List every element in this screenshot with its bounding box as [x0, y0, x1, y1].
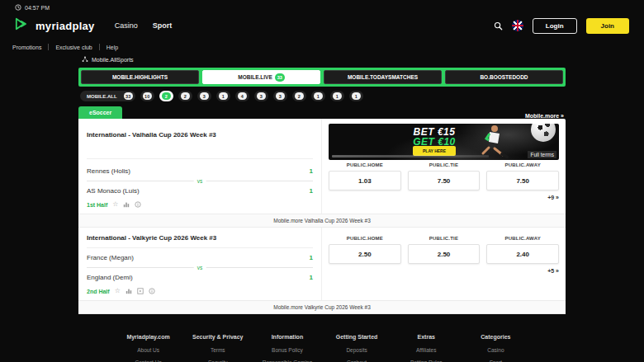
stats-icon[interactable] — [125, 288, 132, 294]
league-more-bar-valhalla[interactable]: Mobile.more Valhalla Cup 2026 Week #3 — [78, 214, 566, 228]
footer-col-title: Getting Started — [322, 334, 391, 340]
divider — [48, 44, 49, 50]
tab-live[interactable]: MOBILE.LIVE 33 — [202, 70, 320, 84]
breadcrumb-label: Mobile.AllSports — [92, 57, 134, 63]
filter-sport-3[interactable]: 2 — [178, 91, 192, 101]
footer-col-extras: Extras Affiliates Betting Rules — [391, 334, 461, 362]
banner-text: BET €15 GET €10 — [385, 127, 484, 147]
footer-col-title: Extras — [391, 334, 461, 340]
footer-col-title: Myriadplay.com — [114, 334, 183, 340]
filter-sport-10[interactable]: 1 — [311, 91, 325, 101]
filter-sport-7[interactable]: 3 — [254, 91, 268, 101]
filter-all[interactable]: MOBILE.ALL 33 — [80, 91, 135, 101]
odds-header-away: PUBLIC.AWAY — [486, 162, 559, 167]
footer-link-terms[interactable]: Terms — [183, 347, 253, 353]
filter-sport-5[interactable]: 1 — [216, 91, 230, 101]
live-count-badge: 33 — [275, 73, 285, 82]
odds-row: 2.50 2.50 2.40 — [329, 244, 559, 264]
favorite-star-icon[interactable]: ☆ — [115, 288, 121, 294]
footer-col-information: Information Bonus Policy Responsible Gam… — [253, 334, 322, 362]
filter-sport-4[interactable]: 3 — [197, 91, 211, 101]
nav-casino[interactable]: Casino — [115, 21, 138, 30]
filter-sport-1[interactable]: 10 — [140, 91, 154, 101]
sport-tab-row: eSoccer Mobile.more » — [78, 106, 566, 119]
footer-link-deposits[interactable]: Deposits — [322, 347, 391, 353]
home-team-row[interactable]: France (Megan) 1 — [87, 248, 313, 265]
subnav-help[interactable]: Help — [107, 45, 118, 50]
odd-tie-button[interactable]: 7.50 — [408, 171, 481, 190]
odds-header-tie: PUBLIC.TIE — [408, 162, 481, 167]
filter-sport-6[interactable]: 4 — [235, 91, 249, 101]
mobile-more-link[interactable]: Mobile.more » — [525, 113, 566, 119]
favorite-star-icon[interactable]: ☆ — [112, 201, 118, 208]
search-icon[interactable] — [494, 21, 503, 31]
language-flag-icon[interactable] — [512, 20, 523, 31]
join-button[interactable]: Join — [586, 18, 629, 34]
tab-esoccer[interactable]: eSoccer — [78, 106, 122, 119]
footer-col-myriadplay: Myriadplay.com About Us Contact Us — [114, 334, 183, 362]
away-score: 1 — [310, 274, 313, 281]
away-team-row[interactable]: England (Demi) 1 — [87, 270, 313, 283]
filter-sport-2-selected[interactable]: 2 — [159, 91, 173, 101]
page-footer: Myriadplay.com About Us Contact Us Secur… — [114, 334, 531, 362]
more-markets-link[interactable]: +9 » — [329, 190, 559, 204]
league-title: International - Valhalla Cup 2026 Week #… — [87, 119, 313, 159]
odd-home-button[interactable]: 1.03 — [329, 171, 401, 190]
footer-col-categories: Categories Casino Sport — [461, 334, 530, 362]
odd-tie-button[interactable]: 2.50 — [408, 244, 481, 264]
odd-away-button[interactable]: 2.40 — [486, 244, 559, 264]
odds-headers: PUBLIC.HOME PUBLIC.TIE PUBLIC.AWAY — [329, 162, 559, 167]
odds-row: 1.03 7.50 7.50 — [329, 171, 559, 190]
tab-label: MOBILE.HIGHLIGHTS — [112, 74, 168, 80]
league-more-bar-valkyrie[interactable]: Mobile.more Valkyrie Cup 2026 Week #3 — [78, 300, 566, 314]
odds-panel: BET €15 GET €10 PLAY HERE Full term — [322, 119, 566, 214]
banner-terms-strip — [332, 155, 489, 157]
login-button[interactable]: Login — [533, 18, 577, 34]
filter-count: 10 — [143, 92, 152, 100]
info-icon[interactable] — [135, 201, 141, 208]
stats-icon[interactable] — [123, 201, 130, 208]
tab-boosted-odds[interactable]: BO.BOOSTEDODD — [445, 70, 563, 84]
odds-header-home: PUBLIC.HOME — [329, 162, 401, 167]
vs-label: vs — [194, 265, 206, 270]
logo[interactable]: myriadplay — [14, 16, 95, 35]
subnav-promotions[interactable]: Promotions — [12, 45, 41, 50]
nav-sport[interactable]: Sport — [153, 21, 173, 30]
tab-todays-matches[interactable]: MOBILE.TODAYSMATCHES — [324, 70, 442, 84]
live-tracker-icon[interactable] — [137, 288, 144, 294]
match-status-row: 2nd Half ☆ — [87, 283, 313, 300]
tab-label: BO.BOOSTEDODD — [480, 74, 528, 80]
filter-sport-11[interactable]: 1 — [330, 91, 344, 101]
filter-all-count: 33 — [124, 92, 133, 100]
filter-count: 2 — [295, 92, 304, 100]
filter-sport-9[interactable]: 2 — [292, 91, 306, 101]
subnav-exclusive-club[interactable]: Exclusive club — [55, 45, 92, 50]
filter-sport-12[interactable]: 1 — [349, 91, 363, 101]
tab-label: MOBILE.LIVE — [238, 74, 272, 80]
odds-panel: PUBLIC.HOME PUBLIC.TIE PUBLIC.AWAY 2.50 … — [322, 228, 566, 300]
clock-icon — [15, 4, 21, 11]
match-info: International - Valhalla Cup 2026 Week #… — [78, 119, 322, 214]
odd-away-button[interactable]: 7.50 — [486, 171, 559, 190]
home-team-row[interactable]: Rennes (Holis) 1 — [87, 159, 313, 178]
footer-link-casino[interactable]: Casino — [461, 347, 530, 353]
filter-count: 1 — [352, 92, 361, 100]
footer-link-affiliates[interactable]: Affiliates — [391, 347, 461, 353]
odd-home-button[interactable]: 2.50 — [329, 244, 401, 264]
filter-count: 3 — [276, 92, 285, 100]
tab-highlights[interactable]: MOBILE.HIGHLIGHTS — [81, 70, 199, 84]
tab-label: MOBILE.TODAYSMATCHES — [348, 74, 418, 80]
more-markets-link[interactable]: +5 » — [329, 264, 559, 277]
footer-link-bonus-policy[interactable]: Bonus Policy — [253, 347, 322, 353]
info-icon[interactable] — [149, 288, 155, 294]
full-terms-link[interactable]: Full terms — [528, 151, 556, 158]
footer-link-about-us[interactable]: About Us — [114, 347, 183, 353]
breadcrumb[interactable]: Mobile.AllSports — [78, 54, 566, 65]
match-block-valkyrie: International - Valkyrie Cup 2026 Week #… — [78, 228, 566, 300]
promo-banner[interactable]: BET €15 GET €10 PLAY HERE Full term — [329, 124, 559, 160]
away-team-row[interactable]: AS Monaco (Luis) 1 — [87, 184, 313, 196]
topbar-actions: Login Join — [494, 18, 629, 34]
filter-sport-8[interactable]: 3 — [273, 91, 287, 101]
filter-count: 1 — [219, 92, 228, 100]
period-label: 2nd Half — [87, 289, 110, 294]
